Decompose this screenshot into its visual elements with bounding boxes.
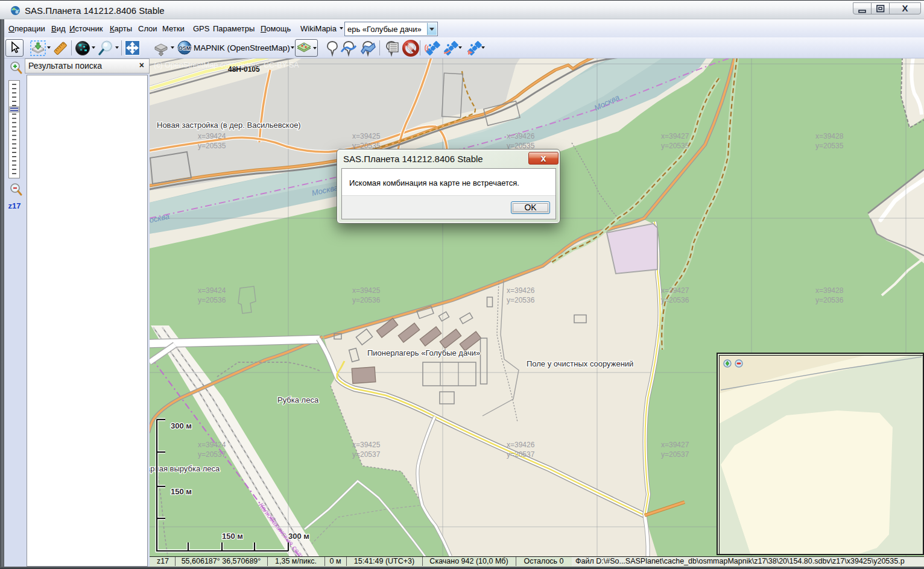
svg-text:y=20537: y=20537 [661, 450, 689, 459]
svg-text:x=39424: x=39424 [198, 286, 226, 295]
svg-text:y=20536: y=20536 [815, 296, 844, 304]
svg-text:X: X [902, 3, 908, 13]
svg-text:x=39427: x=39427 [661, 132, 689, 140]
svg-text:Новая застройка (в дер. Василь: Новая застройка (в дер. Васильевское) [157, 121, 301, 130]
svg-text:OSM: OSM [179, 45, 191, 51]
svg-text:x=39427: x=39427 [661, 441, 689, 449]
svg-text:x=39425: x=39425 [352, 286, 381, 295]
svg-text:y=20535: y=20535 [198, 142, 226, 150]
svg-text:y=20537: y=20537 [507, 450, 535, 459]
svg-text:y=20536: y=20536 [352, 296, 381, 304]
svg-text:x=39426: x=39426 [507, 132, 535, 140]
svg-text:Поле у очистных сооружений: Поле у очистных сооружений [527, 359, 633, 368]
svg-text:Рубка леса: Рубка леса [277, 395, 319, 404]
svg-text:y=20537: y=20537 [352, 450, 381, 459]
svg-text:y=20536: y=20536 [661, 296, 689, 304]
svg-text:(c) OpenStreetMap contributors: (c) OpenStreetMap contributors, CC-BY-SA [154, 61, 299, 69]
svg-text:150 м: 150 м [171, 487, 192, 496]
svg-text:300 м: 300 м [171, 421, 192, 430]
svg-text:x=39424: x=39424 [198, 132, 226, 140]
svg-text:y=20537: y=20537 [198, 450, 226, 459]
svg-text:x=39426: x=39426 [507, 286, 535, 295]
svg-text:x=39425: x=39425 [352, 132, 381, 140]
svg-text:x=39428: x=39428 [815, 286, 844, 295]
svg-text:y=20536: y=20536 [507, 296, 535, 304]
svg-text:x=39425: x=39425 [352, 441, 381, 449]
svg-text:y=20535: y=20535 [661, 142, 689, 150]
svg-text:x=39427: x=39427 [661, 286, 689, 295]
svg-text:y=20536: y=20536 [198, 296, 226, 304]
svg-text:Пионерлагерь «Голубые дачи»: Пионерлагерь «Голубые дачи» [367, 348, 480, 357]
svg-text:Санитарная вырубка леса: Санитарная вырубка леса [150, 464, 220, 473]
svg-text:x=39424: x=39424 [198, 441, 226, 449]
svg-text:y=20535: y=20535 [815, 142, 844, 150]
svg-text:300 м: 300 м [288, 532, 309, 541]
svg-text:150 м: 150 м [222, 532, 243, 541]
svg-text:x=39426: x=39426 [507, 441, 535, 449]
svg-text:x=39428: x=39428 [815, 132, 844, 140]
